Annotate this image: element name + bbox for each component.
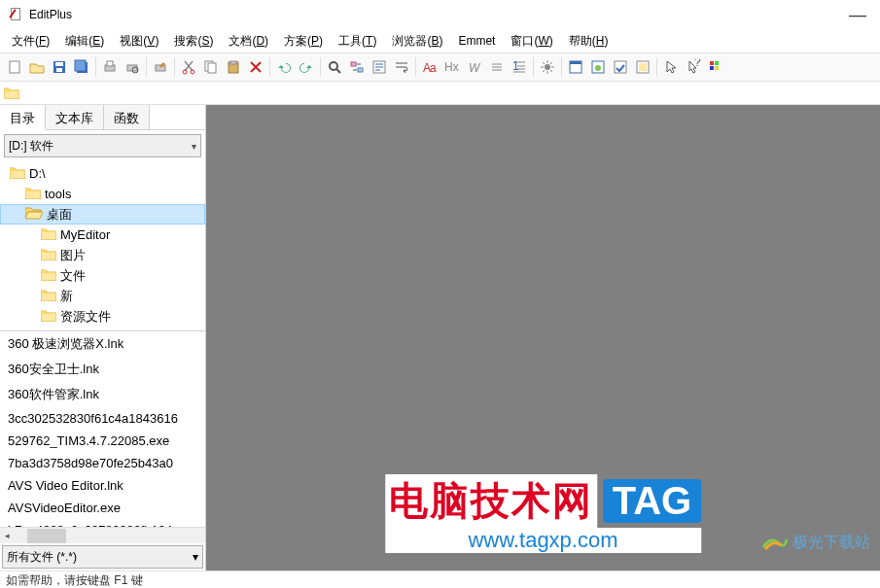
svg-text:a: a (430, 61, 437, 75)
palette-button[interactable] (705, 56, 726, 78)
tree-item[interactable]: MyEditor (0, 225, 205, 245)
menu-b[interactable]: 浏览器(B) (384, 30, 450, 52)
save-all-button[interactable] (71, 56, 92, 78)
browser4-button[interactable] (632, 56, 653, 78)
pointer-button[interactable] (660, 56, 682, 78)
redo-button[interactable] (296, 56, 317, 78)
folder-icon (41, 289, 56, 304)
menu-f[interactable]: 文件(F) (4, 30, 57, 52)
browser1-button[interactable] (565, 56, 586, 78)
file-item[interactable]: AVS Video Editor.lnk (0, 474, 205, 497)
menu-v[interactable]: 视图(V) (112, 30, 166, 52)
file-list[interactable]: 360 极速浏览器X.lnk360安全卫士.lnk360软件管家.lnk3cc3… (0, 331, 205, 527)
font-button[interactable]: Aa (419, 56, 440, 78)
file-item[interactable]: 3cc302532830f61c4a1843616 (0, 407, 205, 430)
drive-label: [D:] 软件 (9, 138, 53, 155)
menu-h[interactable]: 帮助(H) (561, 30, 616, 52)
svg-rect-33 (639, 63, 647, 71)
help-cursor-button[interactable]: ? (683, 56, 704, 78)
menu-e[interactable]: 编辑(E) (57, 30, 112, 52)
print-setup-button[interactable] (150, 56, 171, 78)
svg-rect-28 (570, 61, 581, 64)
file-item[interactable]: AVSVideoEditor.exe (0, 497, 205, 519)
svg-rect-0 (10, 61, 19, 73)
menu-bar: 文件(F)编辑(E)视图(V)搜索(S)文档(D)方案(P)工具(T)浏览器(B… (0, 29, 880, 52)
file-item[interactable]: b7ea4038e0c60789292fb194 (0, 519, 205, 527)
folder-icon (4, 86, 19, 99)
sidebar-tab-文本库[interactable]: 文本库 (46, 105, 104, 129)
tree-label: 新 (60, 288, 73, 305)
svg-rect-35 (710, 61, 714, 65)
file-item[interactable]: 360软件管家.lnk (0, 382, 205, 407)
file-item[interactable]: 7ba3d3758d98e70fe25b43a0 (0, 452, 205, 474)
delete-button[interactable] (245, 56, 266, 78)
tree-item[interactable]: tools (0, 184, 205, 204)
tree-item[interactable]: 新 (0, 286, 205, 306)
file-item[interactable]: 529762_TIM3.4.7.22085.exe (0, 430, 205, 452)
print-button[interactable] (99, 56, 121, 78)
tree-item[interactable]: 图片 (0, 245, 205, 265)
hex-button[interactable]: Hx (441, 56, 463, 78)
open-button[interactable] (26, 56, 48, 78)
separator (174, 57, 175, 77)
find-button[interactable] (324, 56, 345, 78)
cut-button[interactable] (178, 56, 199, 78)
svg-rect-16 (230, 61, 236, 64)
tree-label: tools (45, 187, 71, 201)
tree-item[interactable]: 资源文件 (0, 306, 205, 327)
separator (146, 57, 147, 77)
chevron-down-icon: ▾ (192, 141, 196, 152)
menu-d[interactable]: 文档(D) (221, 30, 276, 52)
bold-button[interactable]: W (464, 56, 485, 78)
tree-label: 文件 (60, 267, 86, 285)
undo-button[interactable] (273, 56, 295, 78)
separator (269, 57, 270, 77)
tree-label: 资源文件 (60, 308, 111, 326)
svg-rect-14 (208, 63, 216, 73)
status-bar: 如需帮助，请按键盘 F1 键 (0, 571, 880, 588)
app-title: EditPlus (29, 8, 72, 21)
workspace: 目录文本库函数 [D:] 软件 ▾ D:\tools桌面MyEditor图片文件… (0, 105, 880, 571)
svg-rect-7 (107, 61, 113, 66)
drive-selector[interactable]: [D:] 软件 ▾ (4, 134, 201, 157)
svg-rect-5 (75, 60, 86, 71)
paste-button[interactable] (223, 56, 244, 78)
go-line-button[interactable] (369, 56, 390, 78)
tree-item[interactable]: D:\ (0, 163, 205, 184)
menu-t[interactable]: 工具(T) (331, 30, 384, 52)
italic-button[interactable] (486, 56, 508, 78)
sidebar-tab-函数[interactable]: 函数 (104, 105, 150, 129)
svg-rect-36 (715, 61, 719, 65)
minimize-button[interactable]: — (843, 6, 872, 23)
filter-label: 所有文件 (*.*) (7, 549, 77, 566)
file-filter-selector[interactable]: 所有文件 (*.*) ▾ (2, 545, 203, 569)
horizontal-scrollbar[interactable]: ◂ (0, 527, 205, 543)
menu-w[interactable]: 窗口(W) (503, 30, 560, 52)
save-button[interactable] (49, 56, 70, 78)
tree-item[interactable]: 桌面 (0, 204, 205, 225)
file-item[interactable]: 360安全卫士.lnk (0, 357, 205, 382)
menu-s[interactable]: 搜索(S) (166, 30, 221, 52)
folder-tree[interactable]: D:\tools桌面MyEditor图片文件新资源文件 (0, 161, 205, 329)
status-text: 如需帮助，请按键盘 F1 键 (6, 573, 143, 587)
folder-icon (41, 227, 56, 243)
indent-button[interactable]: 1 (509, 56, 530, 78)
title-bar: EditPlus — (0, 0, 880, 29)
copy-button[interactable] (200, 56, 222, 78)
word-wrap-button[interactable] (391, 56, 412, 78)
browser2-button[interactable] (587, 56, 609, 78)
file-item[interactable]: 360 极速浏览器X.lnk (0, 331, 205, 357)
menu-emmet[interactable]: Emmet (450, 31, 503, 51)
svg-point-26 (545, 64, 550, 70)
sidebar-tab-目录[interactable]: 目录 (0, 105, 46, 130)
menu-p[interactable]: 方案(P) (276, 30, 331, 52)
svg-rect-38 (715, 66, 719, 70)
replace-button[interactable] (346, 56, 368, 78)
browser3-button[interactable] (610, 56, 631, 78)
tree-label: MyEditor (60, 227, 110, 242)
print-preview-button[interactable] (122, 56, 143, 78)
settings-button[interactable] (537, 56, 558, 78)
tree-item[interactable]: 文件 (0, 265, 205, 286)
svg-point-30 (595, 65, 601, 71)
new-button[interactable] (4, 56, 25, 78)
